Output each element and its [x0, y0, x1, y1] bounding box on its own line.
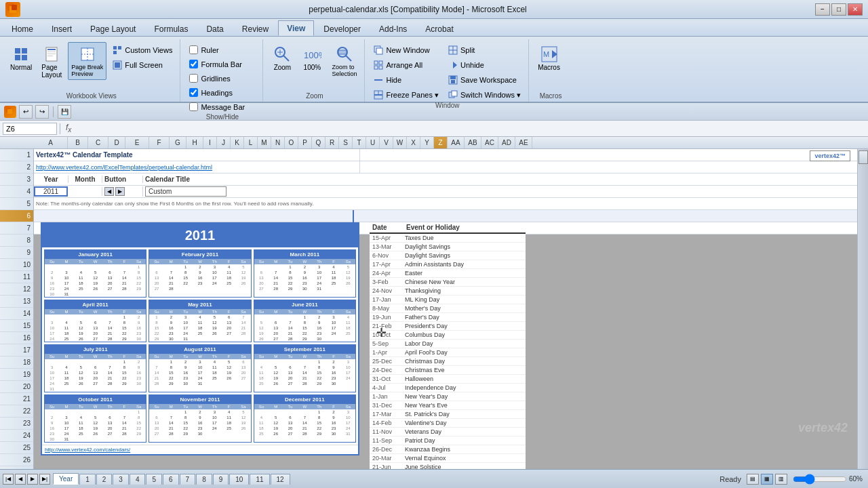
day-cell[interactable]: 5 — [254, 320, 269, 325]
day-cell[interactable]: 30 — [164, 336, 178, 342]
day-cell[interactable]: 12 — [254, 325, 269, 331]
day-cell[interactable]: 23 — [45, 286, 59, 291]
maximize-btn[interactable]: □ — [831, 3, 846, 16]
day-cell[interactable]: 5 — [88, 270, 102, 275]
day-cell[interactable]: 12 — [74, 370, 88, 375]
day-cell[interactable]: 11 — [222, 270, 236, 275]
day-cell[interactable]: 31 — [193, 381, 207, 386]
day-cell[interactable]: 25 — [193, 331, 207, 336]
day-cell[interactable]: 2 — [298, 264, 312, 270]
cell-C4-buttons[interactable]: ◀ ▶ — [102, 187, 142, 196]
day-cell[interactable]: 5 — [236, 409, 250, 415]
day-cell[interactable]: 9 — [132, 365, 146, 370]
tab-home[interactable]: Home — [3, 21, 42, 36]
col-header-H[interactable]: H — [186, 137, 203, 148]
day-cell[interactable]: 23 — [312, 331, 326, 336]
day-cell[interactable]: 16 — [45, 281, 59, 286]
day-cell[interactable]: 22 — [149, 331, 163, 336]
day-cell[interactable]: 10 — [178, 320, 193, 325]
day-cell[interactable]: 29 — [178, 431, 193, 436]
col-header-D[interactable]: D — [108, 137, 125, 148]
day-cell[interactable]: 26 — [269, 431, 283, 436]
day-cell[interactable]: 16 — [326, 370, 340, 375]
tab-insert[interactable]: Insert — [43, 21, 81, 36]
day-cell[interactable]: 21 — [283, 331, 297, 336]
day-cell[interactable]: 12 — [222, 365, 236, 370]
day-cell[interactable]: 22 — [132, 281, 146, 286]
day-cell[interactable]: 27 — [88, 336, 102, 342]
day-cell[interactable]: 27 — [236, 375, 250, 381]
formula-input[interactable] — [77, 125, 865, 133]
day-cell[interactable]: 2 — [132, 359, 146, 365]
day-cell[interactable]: 6 — [254, 270, 269, 275]
day-cell[interactable]: 26 — [74, 336, 88, 342]
headings-checkbox[interactable] — [189, 88, 198, 97]
day-cell[interactable]: 18 — [326, 275, 340, 281]
col-header-B[interactable]: B — [68, 137, 88, 148]
day-cell[interactable]: 2 — [45, 270, 59, 275]
day-cell[interactable]: 2 — [45, 415, 59, 420]
day-cell[interactable]: 16 — [45, 426, 59, 431]
day-cell[interactable]: 11 — [254, 370, 269, 375]
sheet-tab-1[interactable]: 1 — [79, 474, 96, 485]
day-cell[interactable]: 23 — [326, 426, 340, 431]
day-cell[interactable]: 1 — [117, 314, 132, 320]
day-cell[interactable]: 26 — [254, 336, 269, 342]
day-cell[interactable]: 8 — [164, 365, 178, 370]
day-cell[interactable]: 5 — [208, 314, 222, 320]
day-cell[interactable]: 30 — [326, 431, 340, 436]
day-cell[interactable]: 11 — [59, 325, 73, 331]
day-cell[interactable]: 17 — [45, 331, 59, 336]
day-cell[interactable]: 31 — [312, 286, 326, 291]
day-cell[interactable]: 8 — [117, 320, 132, 325]
day-cell[interactable]: 20 — [236, 370, 250, 375]
day-cell[interactable]: 24 — [45, 381, 59, 386]
day-cell[interactable]: 4 — [326, 264, 340, 270]
day-cell[interactable]: 30 — [298, 286, 312, 291]
day-cell[interactable]: 7 — [298, 365, 312, 370]
day-cell[interactable]: 17 — [326, 325, 340, 331]
day-cell[interactable]: 11 — [74, 275, 88, 281]
day-cell[interactable]: 4 — [193, 314, 207, 320]
day-cell[interactable]: 18 — [254, 375, 269, 381]
sheet-tab-11[interactable]: 11 — [250, 474, 269, 485]
day-cell[interactable]: 19 — [236, 420, 250, 426]
day-cell[interactable]: 23 — [193, 281, 207, 286]
message-bar-checkbox[interactable] — [189, 102, 198, 111]
first-tab-btn[interactable]: |◀ — [3, 474, 14, 485]
tab-review[interactable]: Review — [233, 21, 277, 36]
ruler-checkbox[interactable] — [189, 45, 198, 54]
gridlines-checkbox-row[interactable]: Gridlines — [186, 72, 248, 85]
custom-views-btn[interactable]: Custom Views — [109, 43, 176, 57]
day-cell[interactable]: 29 — [117, 381, 132, 386]
day-cell[interactable]: 31 — [341, 431, 355, 436]
day-cell[interactable]: 1 — [132, 409, 146, 415]
day-cell[interactable]: 7 — [269, 270, 283, 275]
day-cell[interactable]: 11 — [208, 365, 222, 370]
day-cell[interactable]: 20 — [149, 281, 163, 286]
col-header-W[interactable]: W — [393, 137, 407, 148]
day-cell[interactable]: 7 — [117, 415, 132, 420]
day-cell[interactable]: 20 — [254, 281, 269, 286]
day-cell[interactable]: 22 — [178, 426, 193, 431]
day-cell[interactable]: 27 — [222, 331, 236, 336]
day-cell[interactable]: 26 — [341, 281, 355, 286]
day-cell[interactable]: 9 — [193, 415, 207, 420]
day-cell[interactable]: 18 — [74, 281, 88, 286]
day-cell[interactable]: 13 — [283, 420, 297, 426]
day-cell[interactable]: 10 — [45, 325, 59, 331]
day-cell[interactable]: 18 — [74, 426, 88, 431]
day-cell[interactable]: 22 — [298, 331, 312, 336]
day-cell[interactable]: 8 — [178, 415, 193, 420]
day-cell[interactable]: 30 — [178, 381, 193, 386]
day-cell[interactable]: 21 — [102, 375, 117, 381]
day-cell[interactable]: 4 — [222, 264, 236, 270]
gridlines-checkbox[interactable] — [189, 74, 198, 83]
day-cell[interactable]: 18 — [193, 325, 207, 331]
day-cell[interactable]: 6 — [88, 365, 102, 370]
hide-btn[interactable]: Hide — [370, 73, 442, 87]
day-cell[interactable]: 17 — [341, 420, 355, 426]
day-cell[interactable]: 28 — [298, 431, 312, 436]
day-cell[interactable]: 28 — [298, 381, 312, 386]
page-break-preview-btn[interactable]: Page BreakPreview — [68, 42, 106, 80]
